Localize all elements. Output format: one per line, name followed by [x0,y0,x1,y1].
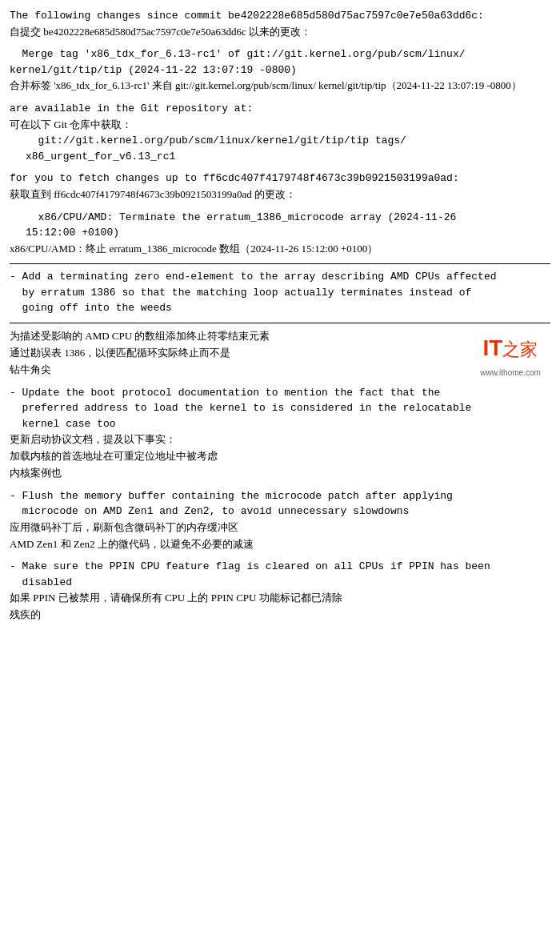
available-en: are available in the Git repository at: [10,101,550,117]
boot-section: - Update the boot protocol documentation… [10,385,550,482]
boot-en: - Update the boot protocol documentation… [10,385,550,432]
amd-zh-line1: 为描述受影响的 AMD CPU 的数组添加终止符零结束元素 [10,328,461,345]
home-label: 之家 [502,339,538,359]
watermark-it-text: IT之家 [483,331,538,365]
available-section: are available in the Git repository at: … [10,101,550,164]
commit1-section: x86/CPU/AMD: Terminate the erratum_1386_… [10,210,550,258]
intro-en: The following changes since commit be420… [10,8,550,24]
boot-zh-line1: 更新启动协议文档，提及以下事实： [10,431,550,448]
merge-zh: 合并标签 'x86_tdx_for_6.13-rc1' 来自 git://git… [10,78,550,94]
flush-en: - Flush the memory buffer containing the… [10,488,550,520]
intro-section: The following changes since commit be420… [10,8,550,40]
merge-en: Merge tag 'x86_tdx_for_6.13-rc1' of git:… [10,46,550,78]
fetch-section: for you to fetch changes up to ff6cdc407… [10,171,550,203]
fetch-zh: 获取直到 ff6cdc407f4179748f4673c39b092150319… [10,187,550,203]
flush-zh-line2: AMD Zen1 和 Zen2 上的微代码，以避免不必要的减速 [10,536,550,553]
available-zh: 可在以下 Git 仓库中获取： [10,117,550,134]
flush-zh-line1: 应用微码补丁后，刷新包含微码补丁的内存缓冲区 [10,520,550,536]
divider-bottom [10,323,550,323]
amd-section-zh-with-watermark: 为描述受影响的 AMD CPU 的数组添加终止符零结束元素 通过勘误表 1386… [10,328,550,382]
repo-url: git://git.kernel.org/pub/scm/linux/kerne… [10,133,550,164]
intro-zh: 自提交 be4202228e685d580d75ac7597c0e7e50a63… [10,24,550,41]
fetch-en: for you to fetch changes up to ff6cdc407… [10,171,550,187]
page-container: The following changes since commit be420… [10,8,550,624]
ppin-en: - Make sure the PPIN CPU feature flag is… [10,559,550,590]
boot-zh-line2: 加载内核的首选地址在可重定位地址中被考虑 [10,448,550,465]
amd-en: - Add a terminating zero end-element to … [10,269,550,316]
merge-section: Merge tag 'x86_tdx_for_6.13-rc1' of git:… [10,46,550,94]
ppin-zh-line1: 如果 PPIN 已被禁用，请确保所有 CPU 上的 PPIN CPU 功能标记都… [10,590,550,607]
it-label: IT [483,335,503,360]
amd-zh-line2: 通过勘误表 1386，以便匹配循环实际终止而不是 [10,345,461,362]
commit1-en: x86/CPU/AMD: Terminate the erratum_1386_… [10,210,550,241]
ppin-section: - Make sure the PPIN CPU feature flag is… [10,559,550,624]
commit1-zh: x86/CPU/AMD：终止 erratum_1386_microcode 数组… [10,241,550,258]
amd-section-en: - Add a terminating zero end-element to … [10,269,550,316]
flush-section: - Flush the memory buffer containing the… [10,488,550,553]
ithome-watermark: IT之家 www.ithome.com [470,328,550,382]
amd-zh-line3: 钻牛角尖 [10,362,461,379]
boot-zh-line3: 内核案例也 [10,465,550,482]
divider-top [10,263,550,264]
watermark-url: www.ithome.com [480,367,541,379]
ppin-zh-line2: 残疾的 [10,607,550,624]
amd-zh-text: 为描述受影响的 AMD CPU 的数组添加终止符零结束元素 通过勘误表 1386… [10,328,461,378]
